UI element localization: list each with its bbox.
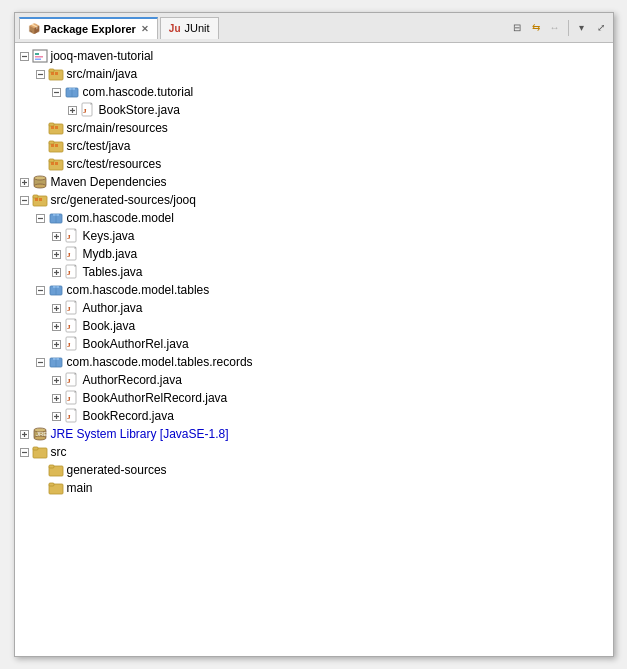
dep-icon [32,174,48,190]
tree-item[interactable]: src/generated-sources/jooq [15,191,613,209]
sync-button[interactable]: ↔ [547,20,563,36]
link-with-editor-button[interactable]: ⇆ [528,20,544,36]
tree-item-label: BookStore.java [99,103,180,117]
tree-expander[interactable] [51,266,63,278]
tree-item[interactable]: J BookAuthorRelRecord.java [15,389,613,407]
tree-expander [35,122,47,134]
svg-rect-11 [55,72,58,75]
tree-item[interactable]: J Keys.java [15,227,613,245]
tree-item[interactable]: J Tables.java [15,263,613,281]
java-icon: J [80,102,96,118]
tree-expander[interactable] [51,302,63,314]
tab-package-explorer-close[interactable]: ✕ [141,24,149,34]
tree-item[interactable]: JRE JRE System Library [JavaSE-1.8] [15,425,613,443]
tree-expander[interactable] [19,50,31,62]
svg-rect-9 [49,69,54,72]
tree-expander[interactable] [35,356,47,368]
tree-item[interactable]: com.hascode.model [15,209,613,227]
java-icon: J [64,228,80,244]
svg-rect-25 [49,123,54,126]
junit-icon: Ju [169,23,181,34]
java-icon: J [64,264,80,280]
tree-item-label: jooq-maven-tutorial [51,49,154,63]
tree-expander [35,482,47,494]
tree-item[interactable]: com.hascode.model.tables.records [15,353,613,371]
src-icon [48,138,64,154]
tree-expander[interactable] [35,212,47,224]
tree-expander[interactable] [19,176,31,188]
svg-text:J: J [67,341,71,349]
package-explorer-tree[interactable]: jooq-maven-tutorial src/main/java com.ha… [15,43,613,656]
tree-item[interactable]: src/test/resources [15,155,613,173]
svg-rect-136 [33,447,38,450]
src-icon [32,192,48,208]
folder-icon [48,480,64,496]
tree-item[interactable]: src/main/java [15,65,613,83]
tree-expander[interactable] [35,68,47,80]
tab-junit[interactable]: Ju JUnit [160,17,219,39]
tree-item-label: BookAuthorRel.java [83,337,189,351]
svg-rect-27 [55,126,58,129]
tree-expander[interactable] [35,284,47,296]
src-folder-icon [32,444,48,460]
tree-item[interactable]: Maven Dependencies [15,173,613,191]
tree-item[interactable]: J Book.java [15,317,613,335]
tab-package-explorer-label: Package Explorer [44,23,136,35]
tree-item-label: com.hascode.model [67,211,174,225]
tree-item[interactable]: src [15,443,613,461]
tab-package-explorer[interactable]: 📦 Package Explorer ✕ [19,17,158,39]
separator [568,20,569,36]
tree-expander[interactable] [51,320,63,332]
view-menu-button[interactable]: ▾ [574,20,590,36]
collapse-all-button[interactable]: ⊟ [509,20,525,36]
java-icon: J [64,300,80,316]
svg-rect-3 [35,53,39,55]
tree-expander[interactable] [51,230,63,242]
svg-rect-35 [55,162,58,165]
tree-item[interactable]: main [15,479,613,497]
tree-item-label: Author.java [83,301,143,315]
tree-item[interactable]: generated-sources [15,461,613,479]
tree-expander [35,464,47,476]
tree-item[interactable]: J AuthorRecord.java [15,371,613,389]
tree-item-label: generated-sources [67,463,167,477]
tree-item[interactable]: J BookRecord.java [15,407,613,425]
tree-expander[interactable] [51,392,63,404]
svg-text:J: J [67,413,71,421]
titlebar-actions: ⊟ ⇆ ↔ ▾ ⤢ [509,20,609,36]
tree-expander[interactable] [19,194,31,206]
tree-item[interactable]: src/main/resources [15,119,613,137]
tree-expander[interactable] [51,248,63,260]
tree-item[interactable]: jooq-maven-tutorial [15,47,613,65]
tree-item[interactable]: J BookStore.java [15,101,613,119]
svg-text:J: J [67,305,71,313]
svg-text:J: J [67,395,71,403]
tree-item-label: Tables.java [83,265,143,279]
tree-expander [35,140,47,152]
tree-expander[interactable] [51,410,63,422]
tree-expander[interactable] [51,338,63,350]
svg-rect-31 [55,144,58,147]
folder-icon [48,462,64,478]
tree-item[interactable]: com.hascode.tutorial [15,83,613,101]
tree-expander[interactable] [19,446,31,458]
svg-rect-4 [35,56,43,58]
tree-item-label: com.hascode.model.tables [67,283,210,297]
maximize-button[interactable]: ⤢ [593,20,609,36]
svg-rect-34 [51,162,54,165]
tree-expander[interactable] [19,428,31,440]
tree-expander[interactable] [51,374,63,386]
tree-item[interactable]: src/test/java [15,137,613,155]
tree-item-label: src/main/java [67,67,138,81]
package-explorer-icon: 📦 [28,23,40,34]
tree-item[interactable]: J BookAuthorRel.java [15,335,613,353]
tree-expander[interactable] [51,86,63,98]
tree-expander[interactable] [67,104,79,116]
java-icon: J [64,408,80,424]
package-icon [64,84,80,100]
titlebar: 📦 Package Explorer ✕ Ju JUnit ⊟ ⇆ ↔ ▾ ⤢ [15,13,613,43]
tree-item[interactable]: J Mydb.java [15,245,613,263]
tree-item[interactable]: com.hascode.model.tables [15,281,613,299]
tree-item[interactable]: J Author.java [15,299,613,317]
tree-item-label: JRE System Library [JavaSE-1.8] [51,427,229,441]
